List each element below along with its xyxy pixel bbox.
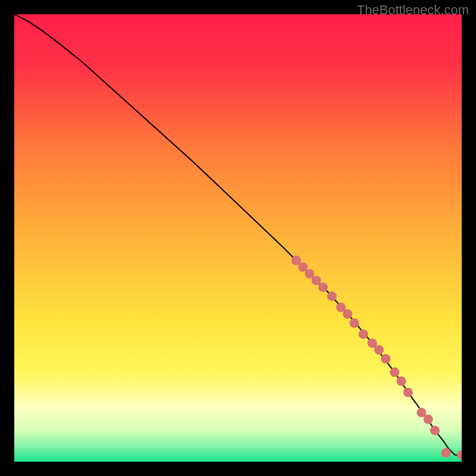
scatter-point <box>368 339 377 348</box>
scatter-point <box>327 292 337 301</box>
scatter-point <box>343 309 352 319</box>
scatter-point <box>350 318 359 328</box>
chart-plot-area <box>14 14 462 462</box>
scatter-point <box>424 415 433 424</box>
watermark-text: TheBottleneck.com <box>357 2 469 18</box>
scatter-point <box>374 345 384 355</box>
scatter-point <box>359 330 368 339</box>
chart-background <box>14 14 462 462</box>
scatter-point <box>318 283 328 292</box>
chart-svg <box>14 14 462 462</box>
scatter-point <box>403 387 413 397</box>
scatter-point <box>397 377 406 386</box>
scatter-point <box>416 408 426 417</box>
scatter-point <box>430 425 440 435</box>
scatter-point <box>381 354 390 364</box>
scatter-point <box>298 262 308 272</box>
scatter-point <box>312 275 321 285</box>
scatter-point <box>441 448 451 458</box>
scatter-point <box>390 368 399 377</box>
